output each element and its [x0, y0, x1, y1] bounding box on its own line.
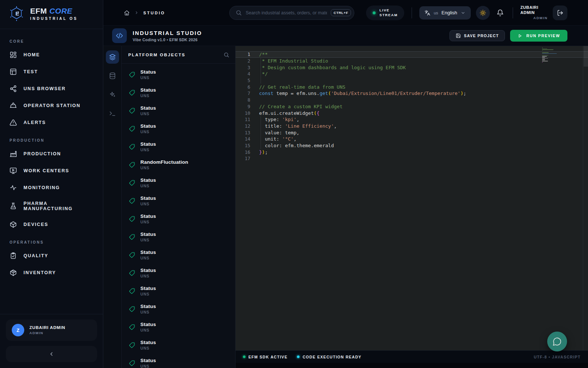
object-type: UNS: [140, 112, 156, 116]
tag-icon: [129, 360, 135, 366]
minimap-line: [542, 49, 547, 49]
sidebar-item-alerts[interactable]: ALERTS: [0, 114, 103, 131]
code-line: 2 * EFM Industrial Studio: [236, 58, 588, 64]
sidebar-item-operator-station[interactable]: OPERATOR STATION: [0, 97, 103, 114]
minimap-line: [542, 56, 547, 57]
brand-subtitle: INDUSTRIAL OS: [30, 17, 78, 21]
live-stream-button[interactable]: LIVESTREAM: [366, 6, 404, 20]
brand-logo-hexagon-icon: E: [7, 4, 26, 23]
theme-toggle-button[interactable]: [476, 6, 490, 20]
object-type: UNS: [140, 148, 156, 152]
editor-statusbar: EFM SDK ACTIVE CODE EXECUTION READY UTF-…: [236, 350, 588, 363]
search-icon: [236, 10, 242, 16]
sidebar-item-quality[interactable]: QUALITY: [0, 247, 103, 264]
platform-object-item[interactable]: Status UNS: [122, 66, 235, 84]
status-dot: [243, 355, 245, 358]
platform-object-item[interactable]: Status UNS: [122, 102, 235, 120]
platform-object-item[interactable]: Status UNS: [122, 300, 235, 318]
code-line: 15 color: efm.theme.emerald: [236, 142, 588, 149]
sidebar-item-uns-browser[interactable]: UNS BROWSER: [0, 80, 103, 97]
search-input[interactable]: [245, 10, 327, 15]
notifications-button[interactable]: [496, 9, 504, 17]
rail-sparkles-button[interactable]: [106, 88, 119, 101]
sidebar-collapse-button[interactable]: [6, 346, 97, 362]
sidebar-item-home[interactable]: HOME: [0, 46, 103, 63]
sidebar-item-work-centers[interactable]: WORK CENTERS: [0, 162, 103, 179]
platform-object-item[interactable]: Status UNS: [122, 192, 235, 210]
sidebar-item-inventory[interactable]: INVENTORY: [0, 264, 103, 281]
object-type: UNS: [140, 328, 156, 332]
sidebar-item-devices[interactable]: DEVICES: [0, 216, 103, 233]
object-name: Status: [140, 195, 156, 201]
code-text: // Create a custom KPI widget: [259, 104, 343, 109]
tag-icon: [129, 306, 135, 312]
save-project-button[interactable]: SAVE PROJECT: [449, 30, 505, 41]
platform-object-item[interactable]: Status UNS: [122, 120, 235, 138]
object-name: Status: [140, 304, 156, 309]
line-number: 5: [236, 78, 259, 83]
platform-object-item[interactable]: Status UNS: [122, 354, 235, 368]
code-text: // Get real-time data from UNS: [259, 84, 345, 90]
search-icon: [223, 52, 229, 58]
topbar: STUDIO CTRL+F LIVESTREAM us English ZUBA…: [103, 0, 588, 26]
global-search[interactable]: CTRL+F: [229, 6, 354, 20]
platform-object-item[interactable]: Status UNS: [122, 84, 235, 102]
topbar-divider: [513, 7, 513, 18]
object-name: Status: [140, 286, 156, 291]
object-name: Status: [140, 213, 156, 219]
platform-object-item[interactable]: RandomFluctuation UNS: [122, 156, 235, 174]
chevron-right-icon: [134, 10, 139, 15]
run-preview-button[interactable]: RUN PREVIEW: [510, 30, 567, 42]
code-line: 16});: [236, 149, 588, 155]
sidebar-item-production[interactable]: PRODUCTION: [0, 145, 103, 162]
alert-triangle-icon: [10, 119, 17, 126]
object-name: Status: [140, 231, 156, 237]
platform-object-item[interactable]: Status UNS: [122, 336, 235, 354]
live-stream-label-2: STREAM: [379, 13, 398, 17]
editor-scrollbar[interactable]: [583, 46, 588, 350]
rail-terminal-button[interactable]: [106, 107, 119, 120]
code-line: 8: [236, 97, 588, 103]
editor-minimap[interactable]: [542, 47, 557, 63]
flask-icon: [10, 202, 17, 210]
factory-icon: [10, 150, 17, 158]
language-selector[interactable]: us English: [419, 6, 471, 20]
platform-object-item[interactable]: Status UNS: [122, 282, 235, 300]
minimap-line: [542, 52, 549, 53]
platform-object-item[interactable]: Status UNS: [122, 210, 235, 228]
object-type: UNS: [140, 93, 156, 98]
code-text: unit: '°C',: [259, 136, 297, 142]
platform-object-item[interactable]: Status UNS: [122, 318, 235, 336]
main-area: STUDIO CTRL+F LIVESTREAM us English ZUBA…: [103, 0, 588, 368]
line-number: 12: [236, 123, 259, 129]
code-text: efm.ui.createWidget({: [259, 110, 319, 116]
chat-fab-button[interactable]: [547, 332, 567, 351]
platform-object-item[interactable]: Status UNS: [122, 174, 235, 192]
logout-button[interactable]: [553, 6, 567, 20]
bell-icon: [496, 9, 504, 17]
sidebar-section: PRODUCTION PRODUCTION WORK CENTERS MONIT…: [0, 131, 103, 233]
layout-icon: [10, 68, 17, 75]
sidebar-user-card[interactable]: Z ZUBAIRI ADMIN ADMIN: [6, 319, 97, 341]
sidebar-item-test[interactable]: TEST: [0, 63, 103, 80]
platform-object-item[interactable]: Status UNS: [122, 246, 235, 264]
rail-layers-button[interactable]: [106, 50, 119, 64]
tag-icon: [129, 234, 135, 240]
line-number: 2: [236, 58, 259, 64]
platform-object-item[interactable]: Status UNS: [122, 138, 235, 156]
platform-object-item[interactable]: Status UNS: [122, 264, 235, 282]
objects-search-button[interactable]: [223, 52, 229, 58]
sidebar-item-pharma-manufacturing[interactable]: PHARMA MANUFACTURING: [0, 196, 103, 216]
breadcrumb-current[interactable]: STUDIO: [143, 11, 165, 15]
object-type: UNS: [140, 220, 156, 224]
platform-object-item[interactable]: Status UNS: [122, 228, 235, 246]
code-editor[interactable]: 1/**2 * EFM Industrial Studio3 * Design …: [236, 46, 588, 350]
tag-icon: [129, 144, 135, 150]
topbar-user-name: ZUBAIRI ADMIN: [520, 5, 548, 15]
tag-icon: [129, 270, 135, 276]
scrollbar-thumb[interactable]: [584, 46, 588, 67]
home-icon[interactable]: [124, 10, 130, 16]
rail-database-button[interactable]: [106, 69, 119, 82]
line-number: 11: [236, 117, 259, 122]
sidebar-item-monitoring[interactable]: MONITORING: [0, 179, 103, 196]
